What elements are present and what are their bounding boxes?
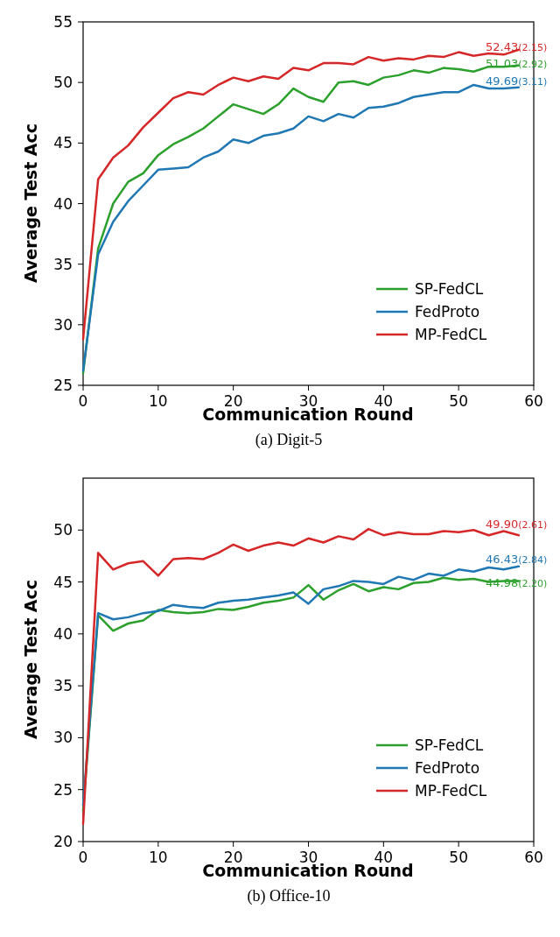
svg-text:40: 40 bbox=[53, 625, 73, 643]
y-label-office10: Average Test Acc bbox=[21, 580, 40, 739]
series-group-digit5 bbox=[83, 50, 519, 373]
legend-label: MP-FedCL bbox=[415, 782, 487, 800]
legend-digit5: SP-FedCLFedProtoMP-FedCL bbox=[376, 280, 487, 343]
svg-text:10: 10 bbox=[149, 392, 168, 410]
svg-text:35: 35 bbox=[53, 677, 73, 694]
legend-office10: SP-FedCLFedProtoMP-FedCL bbox=[376, 736, 487, 800]
svg-text:45: 45 bbox=[53, 574, 73, 591]
end-labels-office10: 44.98(2.20)46.43(2.84)49.90(2.61) bbox=[486, 518, 547, 588]
svg-text:50: 50 bbox=[53, 74, 73, 91]
caption-digit5: (a) Digit-5 bbox=[18, 431, 560, 449]
chart-svg-digit5: 0102030405060 25303540455055 Communicati… bbox=[18, 9, 560, 429]
y-axis-digit5: 25303540455055 bbox=[53, 13, 83, 394]
svg-text:20: 20 bbox=[53, 833, 73, 850]
chart-digit5: 0102030405060 25303540455055 Communicati… bbox=[18, 9, 560, 449]
end-label-SP-FedCL: 44.98(2.20) bbox=[486, 576, 547, 589]
chart-office10: 0102030405060 20253035404550 Communicati… bbox=[18, 465, 560, 905]
svg-text:0: 0 bbox=[79, 849, 88, 866]
svg-text:40: 40 bbox=[53, 195, 73, 213]
x-label-office10: Communication Round bbox=[202, 861, 413, 880]
end-label-SP-FedCL: 51.03(2.92) bbox=[486, 57, 547, 70]
svg-text:35: 35 bbox=[53, 256, 73, 273]
svg-text:45: 45 bbox=[53, 134, 73, 151]
svg-text:25: 25 bbox=[53, 377, 73, 394]
svg-text:0: 0 bbox=[79, 392, 88, 410]
legend-label: FedProto bbox=[415, 303, 480, 321]
svg-text:50: 50 bbox=[449, 392, 468, 410]
legend-label: FedProto bbox=[415, 759, 480, 777]
svg-text:10: 10 bbox=[149, 849, 168, 866]
svg-text:30: 30 bbox=[53, 316, 73, 334]
svg-text:55: 55 bbox=[53, 13, 73, 31]
svg-text:50: 50 bbox=[449, 849, 468, 866]
svg-text:25: 25 bbox=[53, 781, 73, 799]
end-label-MP-FedCL: 52.43(2.15) bbox=[486, 40, 547, 53]
legend-label: SP-FedCL bbox=[415, 736, 484, 754]
caption-office10: (b) Office-10 bbox=[18, 887, 560, 905]
y-axis-office10: 20253035404550 bbox=[53, 521, 83, 850]
end-label-FedProto: 46.43(2.84) bbox=[486, 553, 547, 566]
y-label-digit5: Average Test Acc bbox=[21, 123, 40, 283]
end-label-FedProto: 49.69(3.11) bbox=[486, 74, 547, 88]
chart-svg-office10: 0102030405060 20253035404550 Communicati… bbox=[18, 465, 560, 885]
svg-text:30: 30 bbox=[53, 729, 73, 746]
end-labels-digit5: 51.03(2.92)49.69(3.11)52.43(2.15) bbox=[486, 40, 547, 88]
line-MP-FedCL bbox=[83, 529, 519, 824]
svg-text:50: 50 bbox=[53, 521, 73, 539]
svg-text:60: 60 bbox=[524, 392, 543, 410]
series-group-office10 bbox=[83, 529, 519, 824]
svg-text:60: 60 bbox=[524, 849, 543, 866]
legend-label: SP-FedCL bbox=[415, 280, 484, 298]
x-label-digit5: Communication Round bbox=[202, 405, 413, 424]
end-label-MP-FedCL: 49.90(2.61) bbox=[486, 518, 547, 531]
legend-label: MP-FedCL bbox=[415, 326, 487, 343]
